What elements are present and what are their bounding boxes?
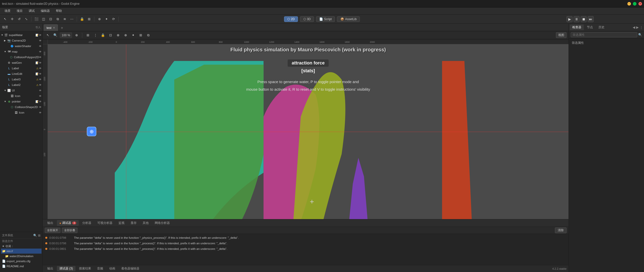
expand-arrow-ptr[interactable]: ▼	[4, 100, 7, 103]
vp-zoom-out[interactable]: 🔍	[52, 32, 58, 38]
tab-add-button[interactable]: +	[59, 25, 65, 31]
maximize-button[interactable]: □	[633, 2, 636, 6]
vp-tool-extra3[interactable]: ⊕	[123, 32, 129, 38]
expand-arrow-map[interactable]: ▼	[4, 50, 7, 53]
play-button[interactable]: ▶	[567, 16, 573, 22]
pause-button[interactable]: ⏸	[574, 16, 580, 22]
tool-scale[interactable]: ⤡	[23, 16, 29, 22]
insp-menu-icon[interactable]: ⋮	[640, 25, 643, 29]
footer-tab-search[interactable]: 搜索结果	[76, 266, 94, 271]
file-options-icon[interactable]: ⊞	[38, 234, 41, 237]
vp-tool-snap[interactable]: ⋮	[92, 32, 98, 38]
menu-scene[interactable]: 场景	[2, 8, 13, 14]
tree-item-watGen[interactable]: ⚙ watGen 📝 👁	[0, 60, 43, 65]
clear-btn[interactable]: 清除	[555, 227, 567, 233]
footer-tab-output[interactable]: 输出	[45, 266, 56, 271]
canvas-content[interactable]: + ⊕ Fluid physics simulation by Mauro Pi…	[48, 44, 569, 219]
tree-item-Icon[interactable]: 🖼 Icon 👁	[0, 93, 43, 99]
tool-extra3[interactable]: ⊡	[48, 16, 54, 22]
vp-tool-extra5[interactable]: ⊞	[138, 32, 144, 38]
mode-script[interactable]: 📄 Script	[316, 16, 335, 22]
menu-debug[interactable]: 调试	[26, 8, 37, 14]
error-item-2[interactable]: 0:00:01:0801 The parameter "delta" is ne…	[43, 246, 569, 252]
tool-extra7[interactable]: ⟳	[110, 16, 116, 22]
menu-help[interactable]: 帮助	[53, 8, 64, 14]
expand-arrow-cam[interactable]: ▶	[4, 39, 7, 42]
tool-snap[interactable]: ⊕	[96, 16, 102, 22]
insp-back-icon[interactable]: ◀	[633, 25, 635, 29]
bottom-tab-output[interactable]: 输出	[45, 220, 56, 226]
bottom-tab-misc[interactable]: 其他	[140, 220, 151, 226]
tool-rotate[interactable]: ↺	[16, 16, 22, 22]
vp-tool-extra4[interactable]: ✦	[130, 32, 136, 38]
bottom-tab-network[interactable]: 网络分析器	[152, 220, 172, 226]
expand-all-btn[interactable]: 全部展开	[45, 228, 60, 233]
tool-extra2[interactable]: ◫	[41, 16, 47, 22]
footer-tab-audio[interactable]: 音频	[95, 266, 106, 271]
vp-tool-grid[interactable]: ⊞	[85, 32, 91, 38]
tree-item-supaWatar[interactable]: ▼ 🎬 supaWatar 📝 👁	[0, 32, 43, 38]
tree-item-LineEdit[interactable]: ▬ LineEdit 📝 👁	[0, 71, 43, 77]
tree-item-CollisionShape2D[interactable]: ⬡ CollisionShape2D 👁	[0, 104, 43, 110]
tree-item-Label[interactable]: L Label ⚠ 👁	[0, 65, 43, 71]
view-button[interactable]: 视图	[556, 32, 567, 38]
tree-item-UI[interactable]: ▼ ⬜ UI 👁	[0, 88, 43, 93]
bottom-tab-monitor[interactable]: 监视	[116, 220, 127, 226]
error-item-0[interactable]: 0:00:01:0798 The parameter "delta" is ne…	[43, 235, 569, 241]
menu-project[interactable]: 项目	[14, 8, 25, 14]
tool-extra4[interactable]: ⧉	[55, 16, 61, 22]
tool-extra5[interactable]: ≋	[62, 16, 68, 22]
close-button[interactable]: ✕	[638, 2, 642, 6]
footer-tab-shader[interactable]: 着色器编辑器	[119, 266, 142, 271]
zoom-level[interactable]: 100 %	[60, 32, 72, 38]
tool-group[interactable]: ⊞	[86, 16, 92, 22]
error-item-1[interactable]: 0:00:01:0798 The parameter "delta" is ne…	[43, 241, 569, 246]
inspector-search[interactable]	[571, 32, 637, 37]
vp-tool-extra1[interactable]: ⊡	[107, 32, 113, 38]
tree-item-Label3[interactable]: L Label3 ⚠ 👁	[0, 77, 43, 82]
tool-select[interactable]: ↖	[2, 16, 8, 22]
menu-editor[interactable]: 编辑器	[38, 8, 52, 14]
file-item-res[interactable]: 📁 res://	[1, 249, 42, 254]
expand-arrow-ui[interactable]: ▼	[4, 89, 7, 92]
file-item-export[interactable]: 📄 export_presets.cfg	[1, 259, 42, 264]
tool-lock[interactable]: 🔒	[79, 16, 85, 22]
tab-close-test[interactable]: ✕	[53, 26, 55, 29]
file-filter-icon[interactable]: 🔍	[33, 234, 37, 237]
tool-bone[interactable]: ✦	[103, 16, 109, 22]
mode-assetlib[interactable]: 📦 AssetLib	[337, 16, 360, 22]
stop-button[interactable]: ⏹	[581, 16, 587, 22]
vp-tool-extra6[interactable]: ⧉	[145, 32, 151, 38]
mode-3d[interactable]: ⬡ 3D	[300, 16, 314, 22]
insp-tab-inspector[interactable]: 检查器	[570, 24, 584, 30]
insp-fwd-icon[interactable]: ▶	[636, 25, 639, 29]
tool-extra1[interactable]: ⬛	[33, 16, 39, 22]
expand-arrow[interactable]: ▼	[1, 34, 4, 36]
tree-item-Camera2D[interactable]: ▶ 📷 Camera2D 👁	[0, 38, 43, 43]
file-item-readme[interactable]: 📄 README.md	[1, 264, 42, 269]
footer-tab-animation[interactable]: 动画	[107, 266, 118, 271]
insp-tab-node[interactable]: 节点	[584, 24, 595, 30]
minimize-button[interactable]: ─	[627, 2, 631, 6]
vp-zoom-reset[interactable]: ⊕	[73, 32, 79, 38]
tree-item-Label2[interactable]: L Label2 ⚠ 👁	[0, 82, 43, 88]
tree-item-Icon2[interactable]: 🖼 Icon 👁	[0, 110, 43, 115]
insp-tab-history[interactable]: 历史	[596, 24, 607, 30]
tree-item-map[interactable]: ▼ 🗺 map 👁	[0, 49, 43, 54]
vp-tool-select[interactable]: ↖	[45, 32, 51, 38]
tree-item-CollisionPolygon2D[interactable]: ⬡ CollisionPolygon2D 👁	[0, 54, 43, 60]
tree-item-waterShader[interactable]: 🔷 waterShader 👁	[0, 43, 43, 49]
bottom-tab-visual-profiler[interactable]: 可视分析器	[95, 220, 115, 226]
bottom-tab-vram[interactable]: 显存	[128, 220, 139, 226]
bottom-tab-profiler[interactable]: 分析器	[80, 220, 94, 226]
tool-extra6[interactable]: ⋯	[69, 16, 75, 22]
tree-item-pointer[interactable]: ▼ ⊕ pointer 📝 👁	[0, 99, 43, 104]
tool-move[interactable]: ✛	[9, 16, 15, 22]
vp-tool-extra2[interactable]: ⊗	[115, 32, 121, 38]
mode-2d[interactable]: ⬡ 2D	[284, 16, 298, 22]
vp-tool-lock[interactable]: 🔒	[100, 32, 106, 38]
viewport-tab-test[interactable]: test ✕	[44, 24, 58, 31]
bottom-tab-debugger[interactable]: ● 调试器 3	[57, 220, 79, 226]
footer-tab-debugger[interactable]: 调试器 (3)	[57, 266, 75, 271]
collapse-all-btn[interactable]: 全部折叠	[62, 228, 77, 233]
